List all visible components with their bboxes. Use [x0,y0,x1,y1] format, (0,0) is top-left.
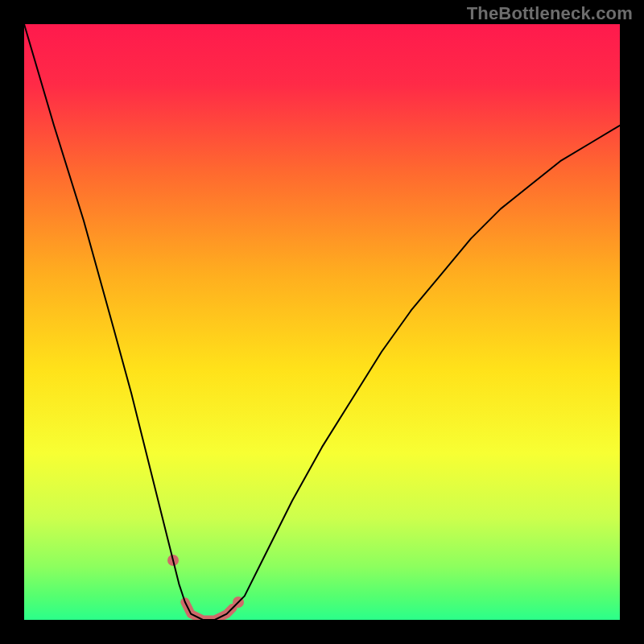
plot-area [24,24,620,620]
gradient-background [24,24,620,620]
watermark-text: TheBottleneck.com [467,3,633,24]
chart-svg [24,24,620,620]
